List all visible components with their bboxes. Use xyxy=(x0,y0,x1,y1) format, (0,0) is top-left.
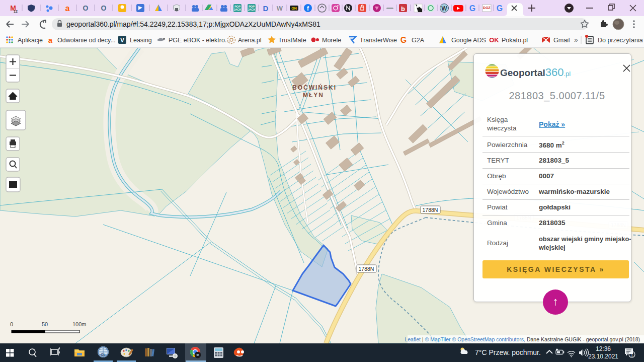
svg-text:Aplikacje: Aplikacje xyxy=(18,37,43,44)
svg-text:Google ADS: Google ADS xyxy=(451,37,486,44)
svg-text:0: 0 xyxy=(10,321,13,327)
svg-text:JACK: JACK xyxy=(248,8,256,11)
svg-text:V: V xyxy=(120,37,124,44)
svg-text:G: G xyxy=(400,36,407,44)
svg-text:CL: CL xyxy=(101,352,106,357)
svg-text:100m: 100m xyxy=(72,321,87,327)
svg-text:23.10.2021: 23.10.2021 xyxy=(588,353,618,360)
svg-text:JACK: JACK xyxy=(234,8,242,11)
svg-text:12:36: 12:36 xyxy=(596,345,611,352)
svg-text:TrustMate: TrustMate xyxy=(278,37,306,44)
svg-text:D: D xyxy=(263,4,269,13)
svg-text:»: » xyxy=(574,36,578,44)
svg-text:Odwołanie od decy...: Odwołanie od decy... xyxy=(57,37,116,44)
svg-text:7°C Przew. pochmur.: 7°C Przew. pochmur. xyxy=(475,348,541,356)
svg-text:Leaflet | © MapTiler © OpenStr: Leaflet | © MapTiler © OpenStreetMap con… xyxy=(405,336,640,342)
svg-text:12: 12 xyxy=(14,10,18,13)
svg-text:W: W xyxy=(441,5,447,12)
svg-text:G: G xyxy=(469,4,475,13)
svg-text:Morele: Morele xyxy=(322,37,341,44)
svg-text:O: O xyxy=(101,4,107,12)
svg-text:1: 1 xyxy=(630,352,633,357)
svg-text:PGE eBOK - elektro...: PGE eBOK - elektro... xyxy=(169,37,230,44)
svg-text:BOĆWIŃSKI: BOĆWIŃSKI xyxy=(292,84,337,91)
svg-text:MŁYN: MŁYN xyxy=(303,92,324,99)
svg-text:Arena.pl: Arena.pl xyxy=(238,37,262,44)
svg-text:G2A: G2A xyxy=(412,37,425,44)
svg-text:Leasing: Leasing xyxy=(130,37,152,44)
svg-text:a: a xyxy=(48,36,53,44)
svg-text:a: a xyxy=(65,4,70,13)
svg-text:G: G xyxy=(497,4,503,13)
svg-text:Pokato.pl: Pokato.pl xyxy=(502,37,528,44)
svg-text:geoportal360.pl/map/#l:54.2249: geoportal360.pl/map/#l:54.2249,22.15383,… xyxy=(66,20,320,28)
svg-text:W: W xyxy=(277,5,283,12)
svg-text:Gmail: Gmail xyxy=(553,37,570,44)
svg-text:ON: ON xyxy=(291,7,297,10)
svg-text:TransferWise: TransferWise xyxy=(360,37,397,44)
svg-text:OK: OK xyxy=(489,36,499,44)
svg-text:1788N: 1788N xyxy=(423,207,438,213)
svg-text:Do przeczytania: Do przeczytania xyxy=(598,37,643,44)
svg-text:1788N: 1788N xyxy=(359,266,374,272)
svg-text:b: b xyxy=(401,5,405,13)
svg-text:DOZ: DOZ xyxy=(483,6,491,10)
svg-text:O: O xyxy=(83,4,89,12)
svg-text:50: 50 xyxy=(42,321,48,327)
